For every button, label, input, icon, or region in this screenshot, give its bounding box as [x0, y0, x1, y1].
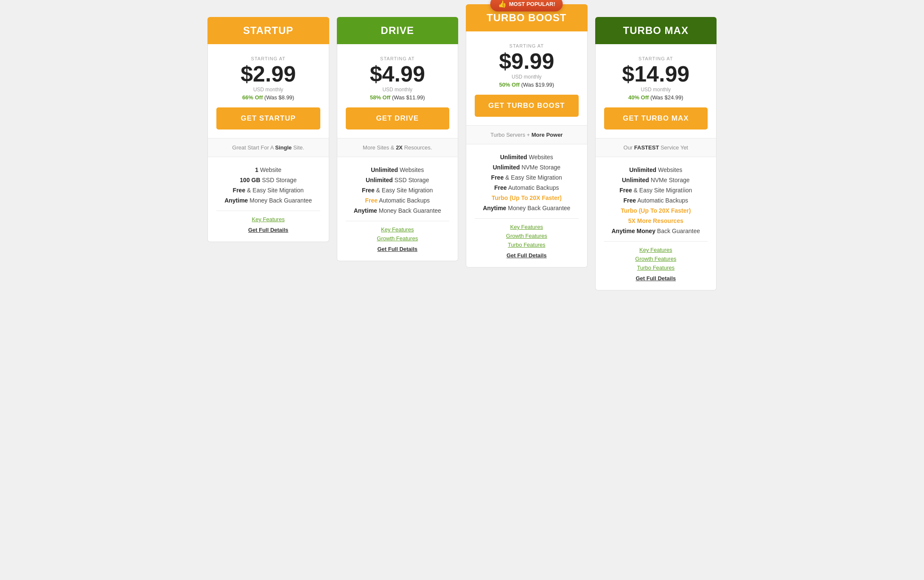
starting-at-drive: STARTING AT — [346, 56, 450, 61]
feature-bold: Free — [233, 187, 246, 194]
cta-button-turbo-max[interactable]: GET TURBO MAX — [604, 107, 708, 130]
feature-item: Unlimited Websites — [604, 166, 708, 173]
feature-bold: Free — [619, 187, 632, 194]
price-turbo-boost: $9.99 — [475, 50, 579, 72]
discount-turbo-boost: 50% Off (Was $19.99) — [475, 82, 579, 88]
feature-bold: 1 — [255, 166, 258, 173]
price-startup: $2.99 — [216, 63, 320, 85]
divider-turbo-max — [604, 241, 708, 242]
feature-bold: Unlimited — [493, 164, 520, 171]
feature-item: Unlimited Websites — [346, 166, 450, 173]
feature-bold: Anytime — [224, 197, 248, 204]
feature-item: Free & Easy Site Migratíion — [604, 187, 708, 194]
plan-col-turbo-boost: 👍 MOST POPULAR! TURBO BOOST STARTING AT … — [466, 4, 588, 267]
feature-item: Free & Easy Site Migration — [475, 174, 579, 181]
feature-item: Free Automatic Backups — [604, 197, 708, 204]
feature-item: Turbo (Up To 20X Faster) — [475, 194, 579, 201]
feature-bold: 100 GB — [240, 177, 260, 183]
plan-tagline-startup: Great Start For A Single Site. — [207, 138, 329, 157]
links-section-turbo-boost: Key FeaturesGrowth FeaturesTurbo Feature… — [475, 224, 579, 248]
feature-item: Anytime Money Back Guarantee — [475, 205, 579, 211]
feature-orange: Turbo (Up To 20X Faster) — [492, 194, 562, 201]
links-section-startup: Key Features — [216, 216, 320, 222]
starting-at-turbo-max: STARTING AT — [604, 56, 708, 61]
cta-button-drive[interactable]: GET DRIVE — [346, 107, 450, 130]
plan-features-box-startup: 1 Website100 GB SSD StorageFree & Easy S… — [207, 157, 329, 242]
divider-drive — [346, 221, 450, 221]
full-details-link-turbo-max[interactable]: Get Full Details — [604, 275, 708, 282]
feature-orange-bold: Free — [365, 197, 378, 204]
plan-tagline-turbo-max: Our FASTEST Service Yet — [595, 138, 717, 157]
plan-link-key-features[interactable]: Key Features — [216, 216, 320, 222]
feature-item: Anytime Money Back Guarantee — [216, 197, 320, 204]
full-details-link-turbo-boost[interactable]: Get Full Details — [475, 252, 579, 259]
feature-item: Unlimited Websites — [475, 154, 579, 160]
feature-item: 100 GB SSD Storage — [216, 177, 320, 183]
plan-header-turbo-max: TURBO MAX — [595, 17, 717, 44]
feature-item: Free & Easy Site Migration — [346, 187, 450, 194]
price-drive: $4.99 — [346, 63, 450, 85]
feature-bold: Unlimited — [622, 177, 649, 183]
usd-monthly-startup: USD monthly — [216, 87, 320, 93]
most-popular-badge: 👍 MOST POPULAR! — [490, 0, 563, 11]
cta-button-startup[interactable]: GET STARTUP — [216, 107, 320, 130]
plan-link-key-features[interactable]: Key Features — [475, 224, 579, 230]
plan-price-box-turbo-max: STARTING AT $14.99 USD monthly 40% Off (… — [595, 44, 717, 138]
links-section-turbo-max: Key FeaturesGrowth FeaturesTurbo Feature… — [604, 247, 708, 271]
feature-item: Free Automatic Backups — [346, 197, 450, 204]
full-details-link-startup[interactable]: Get Full Details — [216, 227, 320, 233]
plan-tagline-drive: More Sites & 2X Resources. — [337, 138, 459, 157]
plan-link-growth-features[interactable]: Growth Features — [475, 233, 579, 239]
feature-bold: Anytime — [483, 205, 506, 211]
plan-price-box-startup: STARTING AT $2.99 USD monthly 66% Off (W… — [207, 44, 329, 138]
price-turbo-max: $14.99 — [604, 63, 708, 85]
feature-orange: 5X More Resources — [628, 217, 683, 224]
features-list-turbo-max: Unlimited WebsitesUnlimited NVMe Storage… — [604, 166, 708, 234]
plan-link-key-features[interactable]: Key Features — [604, 247, 708, 253]
plan-link-growth-features[interactable]: Growth Features — [604, 256, 708, 262]
starting-at-startup: STARTING AT — [216, 56, 320, 61]
feature-item: Anytime Money Back Guarantee — [604, 228, 708, 234]
discount-startup: 66% Off (Was $8.99) — [216, 94, 320, 101]
feature-item: Anytime Money Back Guarantee — [346, 207, 450, 214]
usd-monthly-turbo-boost: USD monthly — [475, 74, 579, 80]
feature-item: Unlimited NVMe Storage — [604, 177, 708, 183]
plan-link-turbo-features[interactable]: Turbo Features — [604, 265, 708, 271]
plan-price-box-turbo-boost: STARTING AT $9.99 USD monthly 50% Off (W… — [466, 31, 588, 125]
pricing-table: STARTUP STARTING AT $2.99 USD monthly 66… — [207, 17, 717, 290]
plan-header-startup: STARTUP — [207, 17, 329, 44]
feature-bold: Free — [623, 197, 636, 204]
features-list-drive: Unlimited WebsitesUnlimited SSD StorageF… — [346, 166, 450, 214]
features-list-turbo-boost: Unlimited WebsitesUnlimited NVMe Storage… — [475, 154, 579, 211]
plan-col-turbo-max: TURBO MAX STARTING AT $14.99 USD monthly… — [595, 17, 717, 290]
plan-link-turbo-features[interactable]: Turbo Features — [475, 242, 579, 248]
feature-bold: Free — [491, 174, 504, 181]
features-list-startup: 1 Website100 GB SSD StorageFree & Easy S… — [216, 166, 320, 204]
most-popular-label: MOST POPULAR! — [509, 1, 555, 7]
plan-link-growth-features[interactable]: Growth Features — [346, 235, 450, 242]
off-percent-startup: 66% Off — [242, 94, 263, 101]
feature-bold: Unlimited — [366, 177, 393, 183]
feature-bold: Free — [362, 187, 375, 194]
feature-item: Unlimited NVMe Storage — [475, 164, 579, 171]
cta-button-turbo-boost[interactable]: GET TURBO BOOST — [475, 95, 579, 117]
links-section-drive: Key FeaturesGrowth Features — [346, 226, 450, 242]
divider-turbo-boost — [475, 218, 579, 219]
plan-header-drive: DRIVE — [337, 17, 459, 44]
starting-at-turbo-boost: STARTING AT — [475, 43, 579, 48]
feature-item: Unlimited SSD Storage — [346, 177, 450, 183]
feature-bold: Free — [494, 184, 507, 191]
feature-bold: Unlimited — [371, 166, 398, 173]
feature-bold: Unlimited — [500, 154, 527, 160]
discount-turbo-max: 40% Off (Was $24.99) — [604, 94, 708, 101]
feature-orange: Turbo (Up To 20X Faster) — [621, 207, 691, 214]
full-details-link-drive[interactable]: Get Full Details — [346, 246, 450, 252]
discount-drive: 58% Off (Was $11.99) — [346, 94, 450, 101]
divider-startup — [216, 211, 320, 211]
plan-link-key-features[interactable]: Key Features — [346, 226, 450, 233]
feature-item: Free & Easy Site Migration — [216, 187, 320, 194]
plan-tagline-turbo-boost: Turbo Servers + More Power — [466, 125, 588, 144]
feature-bold: Anytime Money — [611, 228, 655, 234]
plan-col-startup: STARTUP STARTING AT $2.99 USD monthly 66… — [207, 17, 329, 242]
feature-item: 5X More Resources — [604, 217, 708, 224]
